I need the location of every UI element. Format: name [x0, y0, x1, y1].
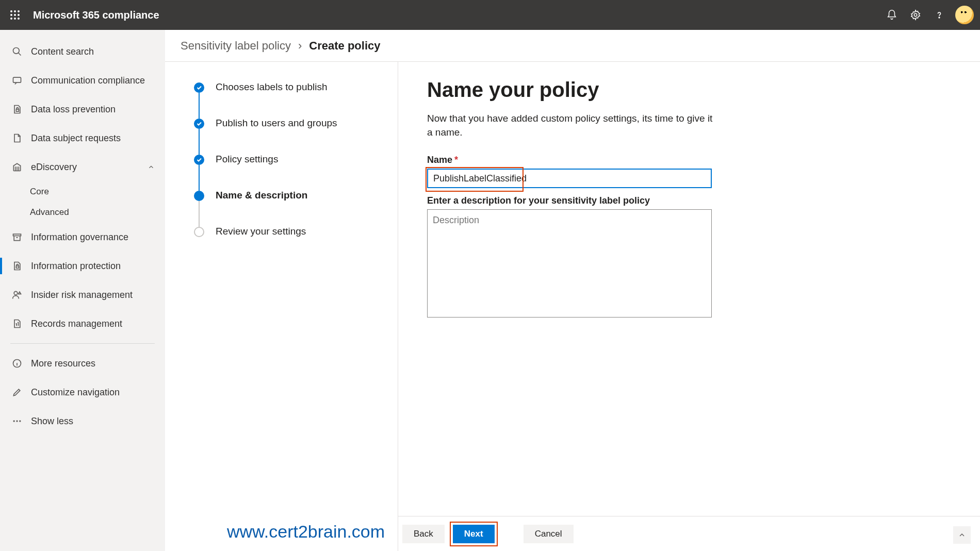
- wizard-steps: Chooses labels to publish Publish to use…: [165, 62, 398, 551]
- nav-information-protection[interactable]: Information protection: [0, 252, 165, 280]
- more-icon: [10, 414, 24, 428]
- chat-icon: [10, 74, 24, 87]
- back-button[interactable]: Back: [402, 525, 445, 543]
- nav-customize-navigation[interactable]: Customize navigation: [0, 378, 165, 407]
- top-header: Microsoft 365 compliance: [0, 0, 980, 30]
- nav-label: Records management: [31, 319, 122, 329]
- step-name-description[interactable]: Name & description: [194, 190, 382, 226]
- nav-content-search[interactable]: Content search: [0, 37, 165, 66]
- form-panel: Name your policy Now that you have added…: [398, 62, 980, 551]
- step-publish-users[interactable]: Publish to users and groups: [194, 118, 382, 154]
- step-review[interactable]: Review your settings: [194, 226, 382, 237]
- nav-label: More resources: [31, 358, 95, 369]
- breadcrumb-current: Create policy: [309, 39, 380, 53]
- search-icon: [10, 45, 24, 58]
- step-check-icon: [194, 155, 204, 165]
- svg-point-10: [939, 17, 940, 18]
- archive-icon: [10, 230, 24, 244]
- svg-rect-14: [13, 234, 21, 236]
- nav-data-loss-prevention[interactable]: Data loss prevention: [0, 95, 165, 124]
- nav-label: Data loss prevention: [31, 104, 116, 115]
- records-icon: [10, 317, 24, 330]
- nav-label: Information protection: [31, 261, 121, 272]
- nav-ediscovery-core[interactable]: Core: [0, 181, 165, 202]
- svg-point-8: [18, 18, 20, 20]
- nav-label: Content search: [31, 46, 94, 57]
- app-launcher-icon[interactable]: [6, 6, 24, 24]
- nav-more-resources[interactable]: More resources: [0, 349, 165, 378]
- nav-label: Advanced: [30, 207, 69, 218]
- notifications-icon[interactable]: [880, 3, 904, 27]
- edit-icon: [10, 386, 24, 399]
- svg-point-1: [14, 10, 16, 12]
- wizard-footer: Back Next Cancel: [398, 516, 980, 551]
- nav-data-subject-requests[interactable]: Data subject requests: [0, 124, 165, 153]
- nav-insider-risk[interactable]: Insider risk management: [0, 280, 165, 309]
- step-label: Name & description: [216, 190, 307, 226]
- step-label: Policy settings: [216, 154, 278, 190]
- panel-heading: Name your policy: [427, 78, 949, 102]
- step-check-icon: [194, 82, 204, 93]
- step-check-icon: [194, 119, 204, 129]
- help-icon[interactable]: [927, 3, 951, 27]
- svg-point-0: [10, 10, 12, 12]
- nav-label: Core: [30, 187, 49, 197]
- policy-name-input[interactable]: [427, 169, 712, 188]
- step-policy-settings[interactable]: Policy settings: [194, 154, 382, 190]
- nav-communication-compliance[interactable]: Communication compliance: [0, 66, 165, 95]
- breadcrumb-parent[interactable]: Sensitivity label policy: [181, 39, 291, 53]
- nav-records-management[interactable]: Records management: [0, 309, 165, 338]
- nav-information-governance[interactable]: Information governance: [0, 223, 165, 252]
- svg-point-2: [18, 10, 20, 12]
- nav-ediscovery[interactable]: eDiscovery: [0, 153, 165, 181]
- nav-show-less[interactable]: Show less: [0, 407, 165, 436]
- svg-point-3: [10, 14, 12, 16]
- nav-label: Communication compliance: [31, 75, 145, 86]
- description-field-label: Enter a description for your sensitivity…: [427, 195, 949, 206]
- svg-point-18: [13, 420, 15, 422]
- user-avatar[interactable]: [955, 6, 974, 24]
- breadcrumb-separator: ›: [298, 39, 302, 53]
- nav-divider: [10, 343, 155, 344]
- svg-point-6: [10, 18, 12, 20]
- svg-point-19: [16, 420, 18, 422]
- svg-rect-15: [16, 266, 19, 268]
- nav-label: Show less: [31, 416, 73, 427]
- breadcrumb: Sensitivity label policy › Create policy: [165, 30, 980, 62]
- cancel-button[interactable]: Cancel: [524, 525, 574, 543]
- step-label: Publish to users and groups: [216, 118, 337, 154]
- step-choose-labels[interactable]: Chooses labels to publish: [194, 81, 382, 118]
- nav-label: Information governance: [31, 232, 128, 243]
- step-pending-icon: [194, 227, 204, 237]
- info-icon: [10, 357, 24, 370]
- main-content: Sensitivity label policy › Create policy…: [165, 30, 980, 551]
- settings-icon[interactable]: [904, 3, 927, 27]
- svg-rect-13: [16, 109, 19, 111]
- svg-point-20: [19, 420, 21, 422]
- svg-point-9: [914, 13, 917, 16]
- svg-point-11: [13, 48, 20, 54]
- shield-file-icon: [10, 259, 24, 273]
- scroll-top-button[interactable]: [953, 526, 971, 544]
- policy-description-input[interactable]: [427, 209, 712, 318]
- svg-point-7: [14, 18, 16, 20]
- lock-file-icon: [10, 103, 24, 116]
- nav-label: Data subject requests: [31, 133, 121, 144]
- svg-rect-12: [13, 77, 21, 82]
- name-field-label: Name*: [427, 155, 949, 165]
- chevron-up-icon: [148, 163, 155, 171]
- app-title: Microsoft 365 compliance: [33, 9, 159, 21]
- panel-description: Now that you have added custom policy se…: [427, 112, 716, 139]
- document-icon: [10, 131, 24, 145]
- svg-point-4: [14, 14, 16, 16]
- svg-point-16: [14, 291, 18, 295]
- left-nav: Content search Communication compliance …: [0, 30, 165, 551]
- nav-label: Insider risk management: [31, 290, 133, 300]
- nav-label: Customize navigation: [31, 387, 120, 398]
- step-label: Review your settings: [216, 226, 306, 237]
- required-indicator: *: [454, 155, 458, 165]
- library-icon: [10, 160, 24, 174]
- svg-point-5: [18, 14, 20, 16]
- nav-ediscovery-advanced[interactable]: Advanced: [0, 202, 165, 223]
- next-button[interactable]: Next: [453, 525, 495, 543]
